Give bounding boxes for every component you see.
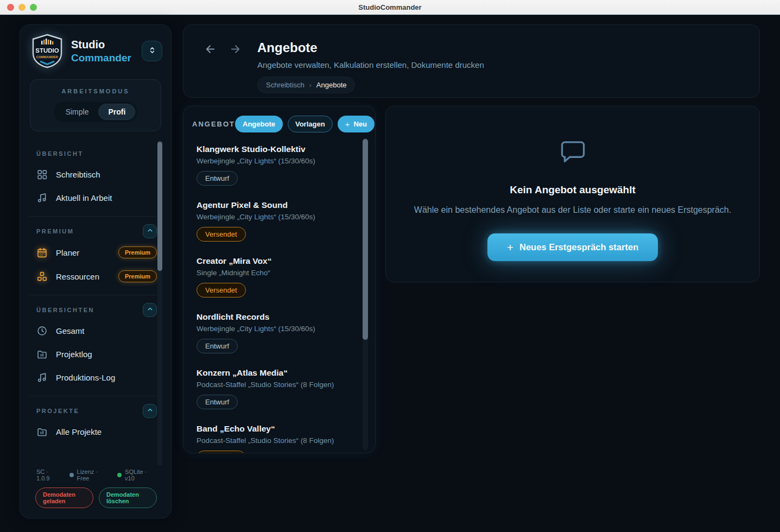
divider <box>29 295 162 295</box>
offers-scrollbar[interactable] <box>363 138 368 450</box>
offer-title: Band „Echo Valley“ <box>196 424 353 434</box>
close-window-button[interactable] <box>7 4 14 11</box>
svg-text:STUDIO: STUDIO <box>35 47 59 54</box>
minimize-window-button[interactable] <box>18 4 26 11</box>
sidebar-item-label: Aktuell in Arbeit <box>56 193 157 202</box>
new-offer-button[interactable]: + Neu <box>338 116 375 132</box>
list-item[interactable]: Klangwerk Studio-Kollektiv Werbejingle „… <box>196 144 353 186</box>
chevron-up-icon <box>147 305 154 315</box>
brand-name: Studio Commander <box>71 38 135 65</box>
premium-badge: Premium <box>118 270 157 282</box>
collapse-section-button[interactable] <box>143 224 157 238</box>
list-item[interactable]: Creator „Mira Vox“ Single „Midnight Echo… <box>196 256 353 297</box>
workmode-option-profi[interactable]: Profi <box>98 104 135 120</box>
database-status: SQLite · v10 <box>117 468 157 482</box>
tab-angebote[interactable]: Angebote <box>235 116 283 132</box>
status-badge: Versendet <box>196 451 246 453</box>
sidebar-scrollbar[interactable] <box>157 140 162 465</box>
sidebar-item-label: Produktions-Log <box>56 373 157 382</box>
workmode-toggle: Simple Profi <box>54 102 138 122</box>
status-badge: Entwurf <box>196 339 238 353</box>
app-content: STUDIO COMMANDER Studio Commander <box>0 15 780 532</box>
license-status: Lizenz · Free <box>69 468 111 482</box>
offer-subtitle: Werbejingle „City Lights“ (15/30/60s) <box>196 325 353 333</box>
workmode-option-simple[interactable]: Simple <box>56 104 99 120</box>
sidebar-footer: SC · 1.0.9 Lizenz · Free SQLite · v10 De… <box>20 465 171 518</box>
list-item[interactable]: Konzern „Atlas Media“ Podcast-Staffel „S… <box>196 368 353 409</box>
premium-badge: Premium <box>118 246 157 258</box>
offers-list-panel: ANGEBOT Angebote Vorlagen + Neu Klangwer… <box>183 106 376 453</box>
music-note-icon <box>36 192 48 204</box>
clock-icon <box>36 325 48 337</box>
up-down-chevrons-icon <box>148 46 157 57</box>
status-row: SC · 1.0.9 Lizenz · Free SQLite · v10 <box>35 468 157 482</box>
traffic-lights <box>7 4 37 11</box>
workmode-label: ARBEITSMODUS <box>38 88 153 94</box>
empty-state-title: Kein Angebot ausgewählt <box>510 184 636 196</box>
workmode-card: ARBEITSMODUS Simple Profi <box>30 79 161 131</box>
sidebar-item-produktions-log[interactable]: Produktions-Log <box>20 366 171 389</box>
sidebar-item-aktuell-in-arbeit[interactable]: Aktuell in Arbeit <box>20 186 171 210</box>
sidebar-item-ressourcen[interactable]: Ressourcen Premium <box>20 264 171 288</box>
sidebar: STUDIO COMMANDER Studio Commander <box>20 24 172 518</box>
collapse-section-button[interactable] <box>143 303 157 317</box>
offer-subtitle: Podcast-Staffel „Studio Stories“ (8 Folg… <box>196 436 353 445</box>
music-note-icon <box>36 372 48 383</box>
sidebar-item-projektlog[interactable]: Projektlog <box>20 343 171 366</box>
offers-scrollbar-thumb[interactable] <box>363 139 368 340</box>
forward-arrow-button[interactable] <box>228 42 242 56</box>
folder-icon <box>36 349 48 360</box>
page-title-block: Angebote Angebote verwalten, Kalkulation… <box>257 40 484 82</box>
collapse-section-button[interactable] <box>143 404 157 418</box>
sidebar-item-label: Alle Projekte <box>56 427 157 436</box>
list-item[interactable]: Band „Echo Valley“ Podcast-Staffel „Stud… <box>196 424 353 453</box>
sidebar-nav: ÜBERSICHT Schreibtisch Aktuell in Arbeit <box>20 135 171 465</box>
sidebar-header: STUDIO COMMANDER Studio Commander <box>20 25 171 74</box>
sidebar-item-gesamt[interactable]: Gesamt <box>20 319 171 343</box>
offer-subtitle: Single „Midnight Echo“ <box>196 269 353 277</box>
page-title: Angebote <box>257 40 484 55</box>
sidebar-item-label: Projektlog <box>56 350 157 359</box>
offers-list: Klangwerk Studio-Kollektiv Werbejingle „… <box>183 139 375 453</box>
app-logo: STUDIO COMMANDER <box>30 34 65 68</box>
breadcrumb-root[interactable]: Schreibtisch <box>266 81 305 89</box>
page-header: Angebote Angebote verwalten, Kalkulation… <box>183 24 760 98</box>
sidebar-item-alle-projekte[interactable]: Alle Projekte <box>20 420 171 444</box>
section-label: ÜBERSICHT <box>36 150 157 157</box>
sqlite-dot-icon <box>117 473 122 477</box>
titlebar: StudioCommander <box>0 0 780 15</box>
list-item[interactable]: Nordlicht Records Werbejingle „City Ligh… <box>196 312 353 353</box>
demodata-loaded-button[interactable]: Demodaten geladen <box>35 487 93 508</box>
sidebar-item-label: Planer <box>56 248 110 257</box>
sidebar-item-schreibtisch[interactable]: Schreibtisch <box>20 163 171 186</box>
chat-bubble-icon <box>560 140 586 166</box>
status-badge: Versendet <box>196 283 246 297</box>
status-badge: Versendet <box>196 227 246 242</box>
back-arrow-button[interactable] <box>203 42 217 56</box>
boxes-icon <box>36 271 48 282</box>
chevron-up-icon <box>147 406 154 416</box>
app-window: StudioCommander STUDIO <box>0 0 780 532</box>
section-label: PROJEKTE <box>36 408 143 414</box>
sidebar-item-label: Schreibtisch <box>56 170 157 179</box>
zoom-window-button[interactable] <box>30 4 37 11</box>
section-uebersichten: ÜBERSICHTEN <box>36 303 157 317</box>
offers-list-header: ANGEBOT Angebote Vorlagen + Neu <box>183 106 375 139</box>
breadcrumb-current: Angebote <box>316 81 347 89</box>
offers-panel-label: ANGEBOT <box>192 120 235 128</box>
new-offer-label: Neu <box>353 120 367 128</box>
divider <box>29 396 162 396</box>
new-erstgespraech-button[interactable]: + Neues Erstgespräch starten <box>487 233 658 261</box>
workspace-switcher-button[interactable] <box>142 41 162 61</box>
breadcrumb: Schreibtisch › Angebote <box>257 77 355 93</box>
list-item[interactable]: Agentur Pixel & Sound Werbejingle „City … <box>196 200 353 242</box>
sidebar-scrollbar-thumb[interactable] <box>157 142 162 271</box>
section-premium: PREMIUM <box>36 224 157 238</box>
offer-subtitle: Podcast-Staffel „Studio Stories“ (8 Folg… <box>196 381 353 389</box>
sidebar-item-planer[interactable]: Planer Premium <box>20 240 171 264</box>
window-title: StudioCommander <box>358 3 421 11</box>
demodata-delete-button[interactable]: Demodaten löschen <box>99 487 157 508</box>
brand-line2: Commander <box>71 52 135 65</box>
offers-tabs: Angebote Vorlagen + Neu <box>235 116 375 132</box>
tab-vorlagen[interactable]: Vorlagen <box>288 116 333 132</box>
